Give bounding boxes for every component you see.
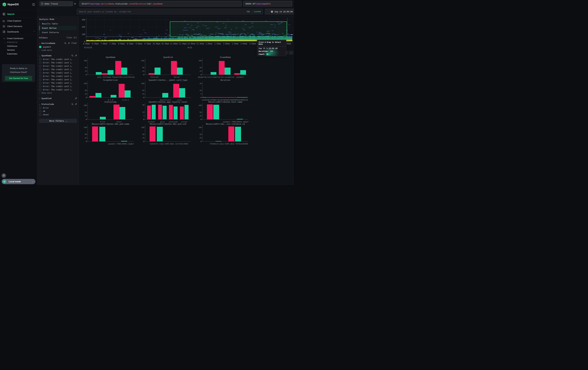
bar-baseline[interactable]: [213, 105, 219, 119]
bar-baseline[interactable]: [174, 107, 178, 119]
checkbox[interactable]: [39, 110, 41, 112]
next-page-button[interactable]: ›: [289, 51, 293, 55]
bar-selected[interactable]: [207, 104, 213, 119]
filter-checkbox-row[interactable]: Error: The credit card (…: [39, 78, 77, 81]
filter-checkbox-row[interactable]: Error: The credit card (…: [39, 71, 77, 74]
more-filters-button[interactable]: More filters ⌄: [39, 119, 77, 123]
orderby-clause-input[interactable]: ORDER BY Timestamp DESC: [243, 1, 292, 6]
bar-selected[interactable]: [171, 61, 177, 75]
bar-baseline[interactable]: [157, 127, 163, 141]
bar-selected[interactable]: [115, 61, 121, 75]
filter-checkbox-row[interactable]: Error: The credit card (…: [39, 64, 77, 68]
presets-toggle[interactable]: ⌄ PRESETS: [0, 40, 37, 44]
filter-clear-button[interactable]: Clear: [71, 42, 77, 44]
bar-baseline[interactable]: [99, 127, 105, 141]
bar-baseline[interactable]: [177, 68, 183, 75]
create-dashboard-button[interactable]: + Create Dashboard: [0, 37, 37, 40]
analysis-mode-results-table[interactable]: Results Table: [39, 21, 77, 26]
preset-item-kubernetes[interactable]: Kubernetes: [0, 52, 37, 56]
sidebar-item-dashboards[interactable]: Dashboards^: [0, 29, 37, 34]
bar-baseline[interactable]: [202, 97, 206, 98]
checkbox[interactable]: [39, 107, 41, 109]
bar-selected[interactable]: [149, 73, 155, 75]
checkbox[interactable]: [39, 89, 41, 91]
search-icon[interactable]: [64, 42, 66, 44]
filter-checkbox-row[interactable]: ✓payment: [39, 45, 77, 49]
bar-baseline[interactable]: [107, 70, 114, 75]
bar-baseline[interactable]: [185, 105, 189, 119]
bar-selected[interactable]: [150, 126, 156, 141]
heatmap-plot[interactable]: [86, 18, 292, 42]
preset-item-services[interactable]: Services: [0, 48, 37, 52]
checkbox[interactable]: [39, 79, 41, 81]
bar-baseline[interactable]: [125, 90, 131, 98]
bar-selected[interactable]: [206, 97, 236, 98]
sidebar-item-chart-explorer[interactable]: Chart Explorer: [0, 18, 37, 23]
date-range-picker[interactable]: Sep 14 18:00:00 - Sep 15 05:30:00: [265, 9, 294, 14]
filter-checkbox-row[interactable]: Error: [39, 106, 77, 110]
bar-baseline[interactable]: [216, 141, 221, 141]
filter-checkbox-row[interactable]: Error: The credit card (…: [39, 85, 77, 88]
pin-icon[interactable]: [75, 103, 77, 105]
filter-checkbox-row[interactable]: Error: The credit card (…: [39, 58, 77, 61]
bar-selected[interactable]: [102, 73, 107, 75]
pin-icon[interactable]: [75, 55, 77, 57]
bar-selected[interactable]: [234, 73, 240, 75]
sql-toggle[interactable]: SQL: [247, 10, 250, 13]
clear-all-button[interactable]: Clear all: [66, 37, 77, 39]
checkbox[interactable]: [39, 58, 41, 60]
pin-icon[interactable]: [68, 42, 70, 44]
resize-handle[interactable]: [291, 34, 293, 35]
bar-baseline[interactable]: [163, 106, 167, 119]
filter-checkbox-row[interactable]: Ok: [39, 110, 77, 113]
bar-selected[interactable]: [119, 84, 125, 98]
sidebar-item-client-sessions[interactable]: Client Sessions: [0, 23, 37, 29]
bar-baseline[interactable]: [121, 68, 127, 75]
gear-icon[interactable]: ⚙: [74, 2, 76, 5]
search-icon[interactable]: [71, 103, 74, 105]
bar-selected[interactable]: [228, 126, 234, 141]
bar-baseline[interactable]: [237, 97, 248, 98]
bar-baseline[interactable]: [225, 68, 231, 75]
select-clause-input[interactable]: SELECT Timestamp, ServiceName, StatusCod…: [79, 1, 242, 6]
bar-baseline[interactable]: [111, 95, 116, 98]
source-select[interactable]: Demo Traces ⌃⌄: [40, 1, 73, 6]
bar-baseline[interactable]: [162, 93, 168, 98]
checkbox[interactable]: [39, 65, 41, 67]
bar-baseline[interactable]: [95, 93, 101, 98]
filter-checkbox-row[interactable]: Error: The credit card (…: [39, 81, 77, 85]
sidebar-collapse-icon[interactable]: [32, 3, 35, 6]
filter-show-more-button[interactable]: ›Show more: [39, 91, 77, 95]
bar-selected[interactable]: [169, 105, 173, 119]
bar-baseline[interactable]: [240, 70, 246, 75]
checkbox[interactable]: [39, 62, 41, 64]
bar-baseline[interactable]: [152, 105, 156, 119]
preset-item-clickhouse[interactable]: ClickHouse: [0, 44, 37, 48]
lucene-toggle[interactable]: Lucene: [254, 10, 261, 13]
help-button[interactable]: ?: [2, 173, 6, 178]
checkbox[interactable]: ✓: [39, 46, 41, 48]
bar-baseline[interactable]: [179, 88, 185, 98]
filter-group-header-servicename[interactable]: ⌄ServiceNameClear: [39, 41, 77, 45]
bar-baseline[interactable]: [119, 107, 126, 119]
filter-group-header-statuscode[interactable]: ⌄StatusCode: [39, 102, 77, 106]
sidebar-item-search[interactable]: Search: [0, 11, 37, 17]
bar-selected[interactable]: [89, 96, 95, 98]
search-input[interactable]: [79, 10, 247, 13]
checkbox[interactable]: [39, 82, 41, 84]
bar-baseline[interactable]: [210, 72, 217, 75]
local-mode-menu[interactable]: U Local mode ›: [2, 179, 35, 184]
analysis-mode-event-patterns[interactable]: Event Patterns: [39, 30, 77, 35]
bar-selected[interactable]: [173, 84, 179, 98]
bar-selected[interactable]: [219, 61, 225, 75]
checkbox[interactable]: [39, 68, 41, 71]
filter-checkbox-row[interactable]: Unset: [39, 113, 77, 116]
filter-load-more-button[interactable]: ›Load more: [39, 49, 77, 52]
bar-baseline[interactable]: [155, 68, 160, 75]
bar-selected[interactable]: [92, 126, 98, 141]
filter-checkbox-row[interactable]: Error: The credit card (…: [39, 61, 77, 64]
analysis-mode-event-deltas[interactable]: Event Deltas: [39, 26, 77, 30]
filter-group-header-spanname[interactable]: ⌄SpanName: [39, 53, 77, 58]
bar-baseline[interactable]: [96, 72, 102, 75]
bar-baseline[interactable]: [100, 117, 106, 119]
